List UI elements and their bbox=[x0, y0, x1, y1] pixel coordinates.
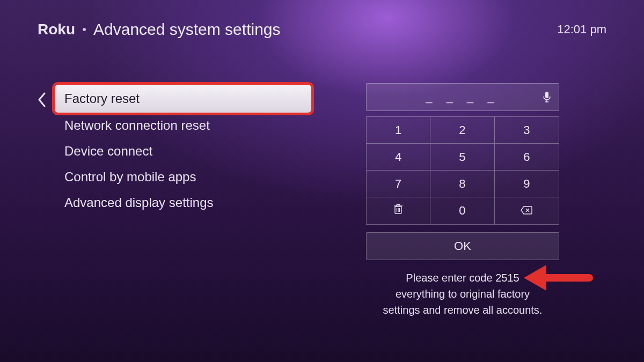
key-0[interactable]: 0 bbox=[430, 197, 494, 224]
menu-item-label: Device connect bbox=[64, 144, 152, 158]
separator-dot bbox=[83, 28, 86, 31]
annotation-arrow-icon bbox=[519, 256, 595, 299]
code-input[interactable]: _ _ _ _ bbox=[366, 83, 559, 111]
key-4[interactable]: 4 bbox=[367, 144, 430, 171]
instruction-line: settings and remove all accounts. bbox=[366, 302, 559, 318]
menu-item-label: Network connection reset bbox=[64, 118, 210, 132]
trash-icon bbox=[393, 204, 403, 218]
menu-item-factory-reset[interactable]: Factory reset bbox=[55, 85, 311, 113]
menu-item-label: Factory reset bbox=[64, 91, 140, 106]
menu-item-device-connect[interactable]: Device connect bbox=[38, 138, 317, 164]
page-title: Advanced system settings bbox=[93, 20, 281, 39]
key-8[interactable]: 8 bbox=[430, 171, 494, 197]
microphone-icon[interactable] bbox=[543, 91, 551, 103]
menu-item-label: Advanced display settings bbox=[64, 195, 214, 210]
svg-rect-0 bbox=[545, 92, 548, 98]
key-6[interactable]: 6 bbox=[495, 144, 559, 171]
roku-logo: Roku bbox=[38, 21, 75, 38]
key-5[interactable]: 5 bbox=[430, 144, 494, 171]
key-3[interactable]: 3 bbox=[495, 117, 559, 144]
numeric-keypad: 1 2 3 4 5 6 7 8 9 0 bbox=[366, 116, 559, 225]
svg-marker-14 bbox=[524, 265, 546, 291]
key-backspace[interactable] bbox=[495, 197, 559, 224]
menu-item-network-connection-reset[interactable]: Network connection reset bbox=[38, 113, 317, 138]
key-2[interactable]: 2 bbox=[430, 117, 494, 144]
header-bar: Roku Advanced system settings 12:01 pm bbox=[38, 20, 606, 39]
settings-menu: Factory reset Network connection reset D… bbox=[38, 85, 317, 216]
key-clear[interactable] bbox=[367, 197, 430, 224]
key-7[interactable]: 7 bbox=[367, 171, 430, 197]
code-placeholder: _ _ _ _ bbox=[426, 90, 499, 104]
back-chevron-icon[interactable] bbox=[38, 92, 46, 107]
menu-item-control-by-mobile-apps[interactable]: Control by mobile apps bbox=[38, 164, 317, 190]
ok-button-label: OK bbox=[454, 239, 471, 253]
menu-item-advanced-display-settings[interactable]: Advanced display settings bbox=[38, 190, 317, 216]
clock: 12:01 pm bbox=[557, 23, 606, 36]
key-1[interactable]: 1 bbox=[367, 117, 430, 144]
backspace-icon bbox=[521, 204, 532, 218]
menu-item-label: Control by mobile apps bbox=[64, 169, 196, 184]
key-9[interactable]: 9 bbox=[495, 171, 559, 197]
